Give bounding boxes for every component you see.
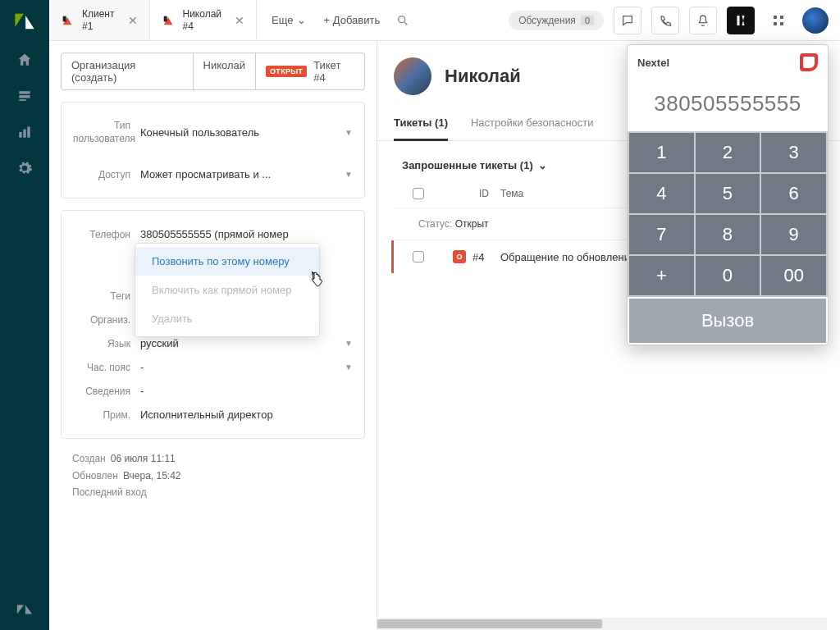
zendesk-icon[interactable]: [16, 600, 34, 619]
key-00[interactable]: 00: [761, 256, 826, 295]
field-value: русский: [140, 337, 179, 349]
key-1[interactable]: 1: [629, 133, 694, 172]
svg-rect-1: [19, 95, 30, 98]
field-note[interactable]: Прим. Исполнительный директор: [73, 403, 353, 427]
menu-enable-direct[interactable]: Включить как прямой номер: [135, 276, 319, 304]
key-2[interactable]: 2: [696, 133, 760, 172]
svg-rect-11: [780, 16, 783, 19]
svg-rect-4: [23, 130, 25, 138]
field-label: Сведения: [73, 386, 140, 397]
svg-rect-5: [27, 126, 30, 137]
meta-label: Последний вход: [72, 484, 147, 500]
svg-rect-12: [774, 22, 777, 25]
key-4[interactable]: 4: [629, 174, 694, 213]
menu-call-number[interactable]: Позвонить по этому номеру: [135, 247, 319, 276]
user-icon: [162, 14, 175, 27]
nextel-app-icon[interactable]: [727, 7, 755, 34]
breadcrumb-ticket[interactable]: ОТКРЫТ Тикет #4: [256, 52, 365, 90]
horizontal-scrollbar[interactable]: [377, 618, 827, 630]
add-button[interactable]: + Добавить: [316, 9, 389, 31]
row-checkbox[interactable]: [413, 251, 424, 262]
close-icon[interactable]: ✕: [128, 14, 138, 27]
chat-icon[interactable]: [614, 7, 641, 34]
field-label: Организ.: [73, 314, 140, 326]
field-label: Прим.: [73, 409, 140, 421]
phone-icon[interactable]: [651, 7, 679, 34]
close-icon[interactable]: ✕: [235, 14, 244, 27]
field-value: Может просматривать и ...: [140, 168, 271, 180]
key-7[interactable]: 7: [629, 215, 694, 254]
user-type-panel: Тип пользователя Конечный пользователь▼ …: [61, 102, 365, 199]
tab-client-1[interactable]: Клиент#1 ✕: [49, 0, 150, 40]
product-logo-icon: [13, 10, 36, 33]
keypad: 1 2 3 4 5 6 7 8 9 + 0 00: [628, 131, 828, 297]
field-timezone[interactable]: Час. пояс -▼: [73, 355, 353, 379]
col-id[interactable]: ID: [435, 188, 500, 199]
tab-security[interactable]: Настройки безопасности: [471, 110, 594, 141]
chevron-down-icon: ▼: [345, 339, 353, 348]
key-5[interactable]: 5: [696, 174, 760, 213]
chevron-down-icon: ⌄: [538, 159, 547, 171]
left-nav: [0, 0, 49, 630]
chevron-down-icon: ▼: [345, 363, 353, 372]
field-label: Телефон: [73, 229, 140, 240]
field-label: Теги: [73, 290, 140, 302]
user-icon: [61, 14, 74, 27]
field-details[interactable]: Сведения -: [73, 379, 353, 403]
field-value: 380505555555 (прямой номер: [140, 228, 289, 240]
key-9[interactable]: 9: [761, 215, 826, 254]
breadcrumb: Организация (создать) Николай ОТКРЫТ Тик…: [61, 52, 365, 90]
home-icon[interactable]: [16, 51, 34, 69]
field-value: -: [140, 361, 144, 373]
status-badge: ОТКРЫТ: [266, 66, 307, 77]
discussions-button[interactable]: Обсуждения 0: [509, 11, 604, 30]
menu-delete[interactable]: Удалить: [135, 304, 319, 333]
bell-icon[interactable]: [689, 7, 717, 34]
field-label: Доступ: [73, 169, 140, 180]
key-0[interactable]: 0: [696, 256, 760, 295]
status-label: Статус:: [418, 218, 452, 230]
tab-label: Клиент#1: [82, 8, 115, 32]
more-dropdown[interactable]: Еще ⌄: [265, 9, 312, 31]
tabs: Клиент#1 ✕ Николай#4 ✕: [49, 0, 257, 40]
key-3[interactable]: 3: [761, 133, 826, 172]
apps-icon[interactable]: [765, 7, 792, 34]
chevron-down-icon: ▼: [345, 128, 353, 137]
svg-rect-0: [19, 91, 30, 94]
breadcrumb-user[interactable]: Николай: [194, 52, 257, 90]
key-plus[interactable]: +: [629, 256, 694, 295]
section-label: Запрошенные тикеты (1): [402, 159, 533, 171]
call-button[interactable]: Вызов: [629, 299, 826, 343]
cursor-icon: [308, 270, 323, 288]
field-value: Исполнительный директор: [140, 409, 273, 421]
key-6[interactable]: 6: [761, 174, 826, 213]
phone-context-menu: Позвонить по этому номеру Включить как п…: [135, 243, 320, 337]
svg-rect-3: [19, 132, 21, 138]
svg-line-9: [404, 22, 407, 25]
field-access[interactable]: Доступ Может просматривать и ...▼: [73, 162, 353, 186]
avatar[interactable]: [802, 7, 829, 34]
topbar: Клиент#1 ✕ Николай#4 ✕ Еще ⌄ + Добавить …: [49, 0, 840, 41]
field-label: Тип пользователя: [73, 120, 140, 145]
field-user-type[interactable]: Тип пользователя Конечный пользователь▼: [73, 114, 353, 151]
breadcrumb-org[interactable]: Организация (создать): [61, 52, 194, 90]
key-8[interactable]: 8: [696, 215, 760, 254]
dialer-number-input[interactable]: 380505555555: [628, 80, 828, 131]
status-value: Открыт: [455, 218, 489, 230]
field-label: Язык: [73, 338, 140, 349]
field-value: -: [140, 385, 144, 397]
avatar[interactable]: [394, 57, 431, 95]
tab-tickets[interactable]: Тикеты (1): [394, 110, 448, 141]
tab-nikolay-4[interactable]: Николай#4 ✕: [150, 0, 258, 40]
dialer-panel: Nextel 380505555555 1 2 3 4 5 6 7 8 9 + …: [627, 44, 829, 345]
search-icon[interactable]: [391, 9, 414, 32]
svg-point-8: [399, 16, 405, 22]
views-icon[interactable]: [16, 87, 34, 105]
admin-icon[interactable]: [16, 159, 34, 177]
svg-rect-10: [774, 16, 777, 19]
reports-icon[interactable]: [16, 123, 34, 141]
svg-rect-13: [780, 22, 783, 25]
select-all-checkbox[interactable]: [413, 188, 424, 199]
field-value: Конечный пользователь: [140, 126, 259, 139]
chevron-down-icon: ⌄: [297, 14, 306, 26]
